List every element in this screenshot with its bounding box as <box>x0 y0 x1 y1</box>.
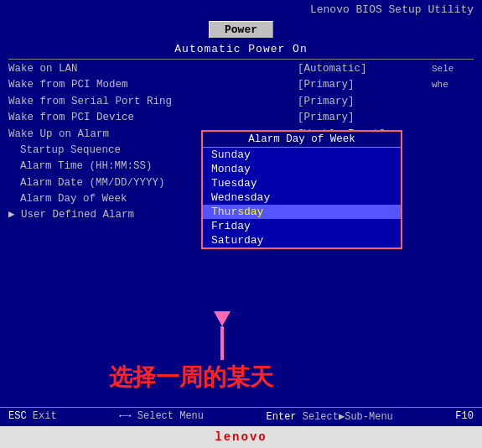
value-wake-pci-modem: [Primary] <box>298 77 432 93</box>
value-wake-serial: [Primary] <box>298 94 432 110</box>
hint-panel: Selewhe <box>432 61 474 224</box>
key-lr-desc: Select Menu <box>137 410 204 422</box>
dropdown-item-wednesday[interactable]: Wednesday <box>203 190 401 205</box>
key-esc-desc: Exit <box>33 410 57 422</box>
lenovo-bar: lenovo <box>0 426 482 448</box>
hint-text: Selewhe <box>432 64 453 90</box>
dropdown-item-tuesday[interactable]: Tuesday <box>203 176 401 190</box>
dropdown-item-monday[interactable]: Monday <box>203 162 401 176</box>
arrow-annotation <box>214 311 231 360</box>
menu-item-wake-pci-device[interactable]: Wake from PCI Device <box>8 110 298 126</box>
key-group-f10: F10 <box>455 410 474 423</box>
key-group-lr: ←→ Select Menu <box>119 410 204 423</box>
app-title: Lenovo BIOS Setup Utility <box>310 3 474 16</box>
dropdown-item-sunday[interactable]: Sunday <box>203 148 401 162</box>
bottom-bar-2: ESC Exit ←→ Select Menu Enter Select▶Sub… <box>0 409 482 425</box>
dropdown-item-thursday[interactable]: Thursday <box>203 205 401 219</box>
key-enter-desc: Select▶Sub-Menu <box>303 411 393 423</box>
dropdown-item-friday[interactable]: Friday <box>203 219 401 233</box>
app-title-bar: Lenovo BIOS Setup Utility <box>0 0 482 19</box>
divider <box>8 59 474 60</box>
section-title: Automatic Power On <box>0 43 482 55</box>
menu-item-wake-pci-modem[interactable]: Wake from PCI Modem <box>8 77 298 93</box>
key-group-enter: Enter Select▶Sub-Menu <box>267 410 393 423</box>
key-esc: ESC <box>8 410 27 422</box>
key-arrow-lr: ←→ <box>119 410 131 422</box>
key-f10: F10 <box>455 410 474 422</box>
value-wake-pci-device: [Primary] <box>298 110 432 126</box>
annotation-text: 选择一周的某天 <box>109 362 273 393</box>
tab-power[interactable]: Power <box>209 21 273 38</box>
key-group-esc: ESC Exit <box>8 410 57 423</box>
dropdown-item-saturday[interactable]: Saturday <box>203 233 401 247</box>
arrow-head-icon <box>214 311 231 326</box>
alarm-day-dropdown[interactable]: Alarm Day of Week Sunday Monday Tuesday … <box>201 130 402 249</box>
value-wake-lan: [Automatic] <box>298 61 432 77</box>
key-enter: Enter <box>267 411 297 423</box>
main-content: Wake on LAN Wake from PCI Modem Wake fro… <box>0 61 482 224</box>
tab-bar: Power <box>0 21 482 38</box>
lenovo-logo: lenovo <box>215 430 267 444</box>
dropdown-title: Alarm Day of Week <box>203 132 401 148</box>
dropdown-list: Sunday Monday Tuesday Wednesday Thursday… <box>203 148 401 247</box>
menu-item-wake-serial[interactable]: Wake from Serial Port Ring <box>8 94 298 110</box>
arrow-shaft <box>220 326 224 360</box>
menu-item-wake-lan[interactable]: Wake on LAN <box>8 61 298 77</box>
